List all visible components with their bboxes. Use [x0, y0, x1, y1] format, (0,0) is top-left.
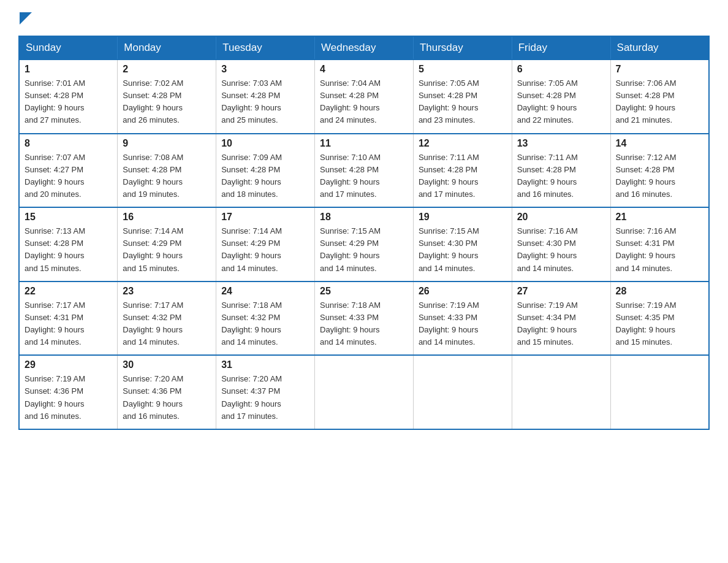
calendar-day-cell: 17Sunrise: 7:14 AMSunset: 4:29 PMDayligh…	[216, 207, 315, 282]
day-number: 30	[123, 359, 211, 370]
day-info: Sunrise: 7:08 AMSunset: 4:28 PMDaylight:…	[123, 151, 211, 201]
calendar-day-cell: 29Sunrise: 7:19 AMSunset: 4:36 PMDayligh…	[19, 355, 118, 429]
day-info: Sunrise: 7:05 AMSunset: 4:28 PMDaylight:…	[517, 77, 605, 127]
day-number: 6	[517, 64, 605, 75]
calendar-day-cell	[315, 355, 414, 429]
day-info: Sunrise: 7:13 AMSunset: 4:28 PMDaylight:…	[25, 225, 112, 275]
day-number: 21	[616, 212, 703, 223]
day-number: 31	[221, 359, 309, 370]
day-info: Sunrise: 7:15 AMSunset: 4:30 PMDaylight:…	[419, 225, 507, 275]
day-number: 1	[25, 64, 112, 75]
calendar-day-cell: 20Sunrise: 7:16 AMSunset: 4:30 PMDayligh…	[512, 207, 610, 282]
calendar-day-cell: 26Sunrise: 7:19 AMSunset: 4:33 PMDayligh…	[413, 282, 512, 356]
day-info: Sunrise: 7:11 AMSunset: 4:28 PMDaylight:…	[419, 151, 507, 201]
day-number: 29	[25, 359, 112, 370]
day-number: 9	[123, 138, 211, 149]
calendar-day-cell: 13Sunrise: 7:11 AMSunset: 4:28 PMDayligh…	[512, 134, 610, 208]
day-info: Sunrise: 7:15 AMSunset: 4:29 PMDaylight:…	[320, 225, 408, 275]
calendar-day-cell: 9Sunrise: 7:08 AMSunset: 4:28 PMDaylight…	[118, 134, 216, 208]
calendar-day-cell: 15Sunrise: 7:13 AMSunset: 4:28 PMDayligh…	[19, 207, 118, 282]
day-number: 2	[123, 64, 211, 75]
calendar-day-cell: 7Sunrise: 7:06 AMSunset: 4:28 PMDaylight…	[610, 59, 709, 134]
calendar-day-cell: 3Sunrise: 7:03 AMSunset: 4:28 PMDaylight…	[216, 59, 315, 134]
calendar-day-cell: 12Sunrise: 7:11 AMSunset: 4:28 PMDayligh…	[413, 134, 512, 208]
calendar-week-row: 29Sunrise: 7:19 AMSunset: 4:36 PMDayligh…	[19, 355, 709, 429]
day-number: 26	[419, 286, 507, 297]
day-number: 19	[419, 212, 507, 223]
calendar-week-row: 22Sunrise: 7:17 AMSunset: 4:31 PMDayligh…	[19, 282, 709, 356]
day-number: 27	[517, 286, 605, 297]
page-header	[18, 12, 710, 25]
day-info: Sunrise: 7:16 AMSunset: 4:31 PMDaylight:…	[616, 225, 703, 275]
day-info: Sunrise: 7:19 AMSunset: 4:34 PMDaylight:…	[517, 299, 605, 349]
calendar-day-cell: 6Sunrise: 7:05 AMSunset: 4:28 PMDaylight…	[512, 59, 610, 134]
day-number: 16	[123, 212, 211, 223]
calendar-week-row: 8Sunrise: 7:07 AMSunset: 4:27 PMDaylight…	[19, 134, 709, 208]
day-number: 4	[320, 64, 408, 75]
day-info: Sunrise: 7:18 AMSunset: 4:33 PMDaylight:…	[320, 299, 408, 349]
day-info: Sunrise: 7:19 AMSunset: 4:35 PMDaylight:…	[616, 299, 703, 349]
day-info: Sunrise: 7:04 AMSunset: 4:28 PMDaylight:…	[320, 77, 408, 127]
calendar-day-cell: 5Sunrise: 7:05 AMSunset: 4:28 PMDaylight…	[413, 59, 512, 134]
calendar-day-cell: 30Sunrise: 7:20 AMSunset: 4:36 PMDayligh…	[118, 355, 216, 429]
day-number: 24	[221, 286, 309, 297]
day-number: 11	[320, 138, 408, 149]
weekday-header-tuesday: Tuesday	[216, 36, 315, 59]
weekday-header-thursday: Thursday	[413, 36, 512, 59]
day-info: Sunrise: 7:17 AMSunset: 4:31 PMDaylight:…	[25, 299, 112, 349]
weekday-header-monday: Monday	[118, 36, 216, 59]
day-info: Sunrise: 7:07 AMSunset: 4:27 PMDaylight:…	[25, 151, 112, 201]
day-number: 5	[419, 64, 507, 75]
calendar-day-cell: 23Sunrise: 7:17 AMSunset: 4:32 PMDayligh…	[118, 282, 216, 356]
day-info: Sunrise: 7:06 AMSunset: 4:28 PMDaylight:…	[616, 77, 703, 127]
calendar-day-cell: 11Sunrise: 7:10 AMSunset: 4:28 PMDayligh…	[315, 134, 414, 208]
calendar-day-cell: 25Sunrise: 7:18 AMSunset: 4:33 PMDayligh…	[315, 282, 414, 356]
day-number: 28	[616, 286, 703, 297]
calendar-day-cell: 4Sunrise: 7:04 AMSunset: 4:28 PMDaylight…	[315, 59, 414, 134]
day-number: 7	[616, 64, 703, 75]
logo	[18, 17, 32, 25]
calendar-day-cell: 2Sunrise: 7:02 AMSunset: 4:28 PMDaylight…	[118, 59, 216, 134]
day-number: 14	[616, 138, 703, 149]
calendar-day-cell: 19Sunrise: 7:15 AMSunset: 4:30 PMDayligh…	[413, 207, 512, 282]
calendar-day-cell: 8Sunrise: 7:07 AMSunset: 4:27 PMDaylight…	[19, 134, 118, 208]
day-number: 22	[25, 286, 112, 297]
day-number: 15	[25, 212, 112, 223]
day-info: Sunrise: 7:05 AMSunset: 4:28 PMDaylight:…	[419, 77, 507, 127]
calendar-day-cell	[413, 355, 512, 429]
calendar-table: SundayMondayTuesdayWednesdayThursdayFrid…	[18, 36, 710, 430]
calendar-day-cell: 14Sunrise: 7:12 AMSunset: 4:28 PMDayligh…	[610, 134, 709, 208]
calendar-day-cell: 18Sunrise: 7:15 AMSunset: 4:29 PMDayligh…	[315, 207, 414, 282]
day-info: Sunrise: 7:20 AMSunset: 4:37 PMDaylight:…	[221, 373, 309, 423]
day-info: Sunrise: 7:11 AMSunset: 4:28 PMDaylight:…	[517, 151, 605, 201]
day-info: Sunrise: 7:19 AMSunset: 4:33 PMDaylight:…	[419, 299, 507, 349]
calendar-day-cell: 10Sunrise: 7:09 AMSunset: 4:28 PMDayligh…	[216, 134, 315, 208]
weekday-header-wednesday: Wednesday	[315, 36, 414, 59]
calendar-day-cell: 24Sunrise: 7:18 AMSunset: 4:32 PMDayligh…	[216, 282, 315, 356]
day-info: Sunrise: 7:03 AMSunset: 4:28 PMDaylight:…	[221, 77, 309, 127]
day-info: Sunrise: 7:20 AMSunset: 4:36 PMDaylight:…	[123, 373, 211, 423]
calendar-day-cell: 27Sunrise: 7:19 AMSunset: 4:34 PMDayligh…	[512, 282, 610, 356]
day-info: Sunrise: 7:16 AMSunset: 4:30 PMDaylight:…	[517, 225, 605, 275]
weekday-header-friday: Friday	[512, 36, 610, 59]
day-info: Sunrise: 7:14 AMSunset: 4:29 PMDaylight:…	[221, 225, 309, 275]
day-info: Sunrise: 7:02 AMSunset: 4:28 PMDaylight:…	[123, 77, 211, 127]
day-number: 18	[320, 212, 408, 223]
calendar-day-cell: 1Sunrise: 7:01 AMSunset: 4:28 PMDaylight…	[19, 59, 118, 134]
calendar-week-row: 1Sunrise: 7:01 AMSunset: 4:28 PMDaylight…	[19, 59, 709, 134]
day-info: Sunrise: 7:10 AMSunset: 4:28 PMDaylight:…	[320, 151, 408, 201]
day-number: 13	[517, 138, 605, 149]
day-number: 10	[221, 138, 309, 149]
day-number: 3	[221, 64, 309, 75]
day-number: 20	[517, 212, 605, 223]
logo-triangle-icon	[20, 12, 32, 25]
day-info: Sunrise: 7:01 AMSunset: 4:28 PMDaylight:…	[25, 77, 112, 127]
calendar-day-cell: 28Sunrise: 7:19 AMSunset: 4:35 PMDayligh…	[610, 282, 709, 356]
day-info: Sunrise: 7:17 AMSunset: 4:32 PMDaylight:…	[123, 299, 211, 349]
weekday-header-sunday: Sunday	[19, 36, 118, 59]
day-info: Sunrise: 7:19 AMSunset: 4:36 PMDaylight:…	[25, 373, 112, 423]
day-number: 17	[221, 212, 309, 223]
day-info: Sunrise: 7:18 AMSunset: 4:32 PMDaylight:…	[221, 299, 309, 349]
day-info: Sunrise: 7:12 AMSunset: 4:28 PMDaylight:…	[616, 151, 703, 201]
day-number: 8	[25, 138, 112, 149]
